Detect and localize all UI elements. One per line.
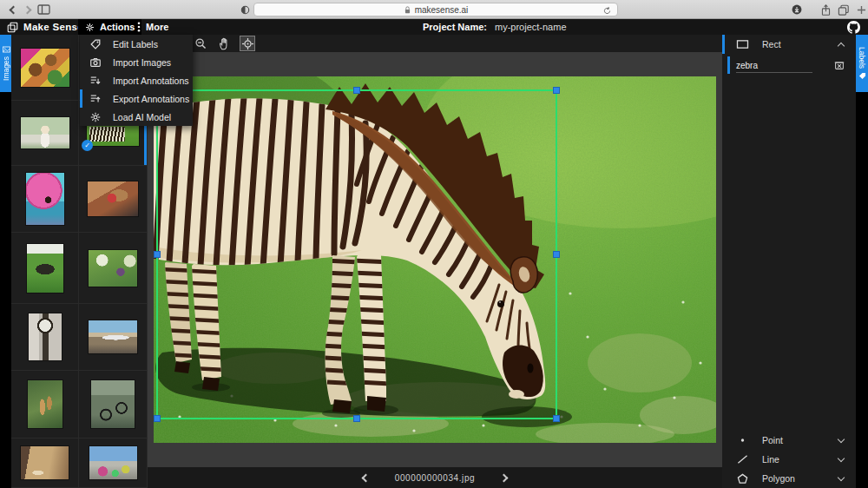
bbox-handle-bottom-middle[interactable] (353, 415, 360, 422)
image-filename: 000000000034.jpg (395, 473, 475, 483)
bbox-handle-middle-right[interactable] (553, 251, 560, 258)
line-icon (736, 454, 749, 465)
gallery-item-lunch-box[interactable] (11, 35, 79, 101)
project-name-value[interactable]: my-project-name (495, 22, 567, 32)
section-point[interactable]: Point (722, 431, 856, 450)
section-line[interactable]: Line (722, 450, 856, 469)
browser-back-button[interactable] (7, 0, 19, 19)
image-navigation-bar: 000000000034.jpg (148, 467, 722, 488)
gallery-item-bicycle[interactable] (79, 371, 148, 439)
bbox-handle-top-middle[interactable] (353, 87, 360, 94)
actions-icon (85, 23, 95, 32)
brand-title: Make Sense (23, 22, 83, 32)
menu-item-load-ai-model[interactable]: Load AI Model (80, 108, 193, 126)
more-label: More (146, 22, 168, 32)
thumbnail-lunch-box (21, 49, 69, 87)
gallery-item-ice-cream[interactable] (11, 101, 79, 166)
section-polygon-label: Polygon (762, 473, 795, 484)
privacy-shield-icon[interactable] (238, 0, 252, 19)
reload-icon[interactable] (602, 6, 612, 16)
drag-hand-button[interactable] (216, 36, 232, 51)
images-tab[interactable]: Images (0, 35, 12, 92)
labels-tab[interactable]: Labels (856, 35, 868, 92)
menu-item-export-annotations[interactable]: Export Annotations (80, 89, 193, 108)
ai-model-icon (89, 111, 102, 123)
section-polygon[interactable]: Polygon (722, 469, 856, 488)
github-icon[interactable] (845, 19, 862, 35)
thumbnail-train (89, 320, 137, 353)
polygon-icon (736, 473, 749, 485)
labels-panel: Rect zebra Point Line Polygon (722, 35, 856, 488)
gallery-item-umbrella-woman[interactable] (11, 166, 79, 233)
chevron-up-icon[interactable] (838, 42, 845, 49)
url-bar[interactable]: makesense.ai (253, 3, 618, 16)
menu-item-label: Load AI Model (113, 112, 171, 122)
bbox-handle-bottom-left[interactable] (154, 415, 161, 422)
gallery-item-dog-basket[interactable] (79, 166, 148, 233)
section-accent-bar (722, 35, 725, 54)
editor-toolbar (148, 35, 722, 52)
labels-tab-label: Labels (858, 47, 866, 69)
bbox-handle-bottom-right[interactable] (553, 415, 560, 422)
previous-image-button[interactable] (361, 473, 370, 482)
downloads-icon[interactable] (790, 0, 804, 19)
annotation-accent-bar (727, 56, 730, 74)
delete-annotation-icon[interactable] (833, 59, 845, 71)
next-image-button[interactable] (500, 473, 509, 482)
gallery-item-street-dog[interactable] (11, 439, 79, 488)
sidebar-toggle-icon[interactable] (36, 0, 50, 19)
label-underline (736, 72, 812, 73)
editor-area: 000000000034.jpg (148, 35, 722, 488)
brand: Make Sense (7, 19, 83, 35)
actions-dropdown-menu: Edit Labels Import Images Import Annotat… (80, 35, 193, 126)
thumbnail-clock (29, 313, 62, 360)
collapsed-sections: Point Line Polygon (722, 431, 856, 488)
bounding-box[interactable] (156, 89, 557, 419)
menu-item-label: Export Annotations (113, 94, 189, 104)
annotation-canvas[interactable] (148, 52, 722, 467)
gallery-item-giraffe[interactable] (11, 371, 79, 439)
menu-item-import-annotations[interactable]: Import Annotations (80, 71, 193, 89)
project-name-label: Project Name: (423, 22, 487, 32)
gallery-item-clock[interactable] (11, 304, 79, 371)
menu-item-label: Import Annotations (113, 76, 189, 86)
annotation-label-text[interactable]: zebra (736, 61, 758, 70)
tab-overview-icon[interactable] (837, 0, 851, 19)
more-menu-button[interactable]: More (130, 19, 175, 35)
annotated-check-badge: ✓ (82, 140, 93, 151)
section-line-label: Line (762, 454, 779, 465)
image-icon (3, 46, 10, 53)
gallery-item-skatepark[interactable] (79, 439, 148, 488)
url-text: makesense.ai (415, 5, 469, 15)
menu-item-edit-labels[interactable]: Edit Labels (80, 35, 193, 53)
bbox-handle-middle-left[interactable] (154, 251, 161, 258)
thumbnail-garden (89, 250, 137, 287)
share-icon[interactable] (819, 0, 832, 19)
browser-forward-button[interactable] (21, 0, 33, 19)
menu-item-label: Edit Labels (113, 39, 158, 49)
zoom-out-button[interactable] (193, 36, 208, 51)
thumbnail-umbrella-woman (26, 173, 64, 225)
thumbnail-street-dog (21, 446, 69, 479)
thumbnail-dog-basket (88, 181, 138, 216)
gallery-item-train[interactable] (79, 304, 148, 371)
menu-item-import-images[interactable]: Import Images (80, 53, 193, 71)
chevron-down-icon[interactable] (838, 455, 845, 462)
chevron-down-icon[interactable] (838, 436, 845, 443)
new-tab-icon[interactable] (855, 0, 867, 19)
bbox-handle-top-right[interactable] (553, 87, 560, 94)
gallery-item-horse[interactable] (11, 233, 79, 304)
gallery-item-garden[interactable] (79, 233, 148, 304)
section-rect[interactable]: Rect (722, 35, 856, 54)
point-icon (736, 435, 749, 445)
menu-item-label: Import Images (113, 57, 171, 68)
crosshair-button[interactable] (240, 36, 255, 51)
tag-icon (858, 72, 866, 80)
chevron-down-icon[interactable] (838, 474, 845, 481)
annotation-row-zebra[interactable]: zebra (722, 54, 856, 76)
section-rect-label: Rect (762, 39, 781, 49)
layers-logo-icon (7, 22, 18, 33)
export-annotations-icon (89, 93, 102, 105)
import-annotations-icon (89, 75, 102, 87)
app-navbar: Make Sense Actions More Project Name: my… (0, 19, 868, 35)
